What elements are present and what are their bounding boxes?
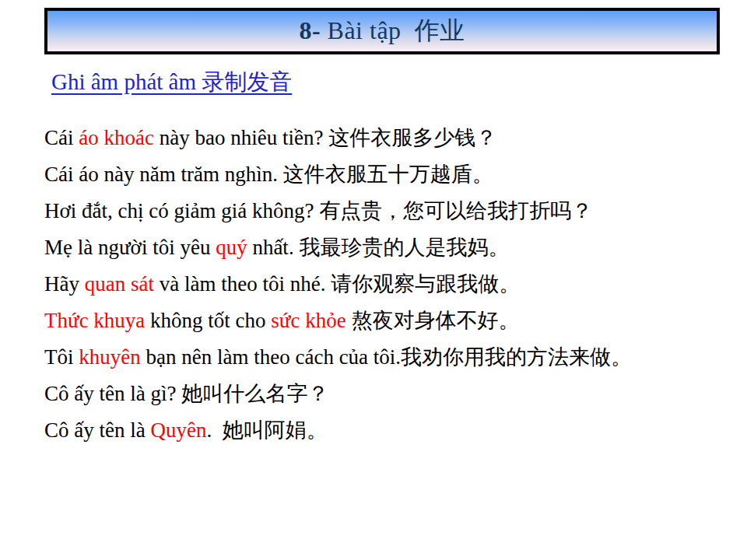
highlighted-term: khuyên bbox=[79, 345, 140, 369]
sentence-line: Thức khuya không tốt cho sức khỏe 熬夜对身体不… bbox=[44, 307, 729, 334]
sentence-text: Hơi đắt, chị có giảm giá không? 有点贵，您可以给… bbox=[44, 199, 592, 222]
sentence-line: Cô ấy tên là gì? 她叫什么名字？ bbox=[44, 380, 729, 407]
sentence-line: Tôi khuyên bạn nên làm theo cách của tôi… bbox=[44, 344, 729, 370]
sentence-text: Mẹ là người tôi yêu bbox=[44, 236, 216, 259]
link-row: Ghi âm phát âm 录制发音 bbox=[51, 67, 292, 98]
sentence-text: Cái bbox=[44, 126, 79, 149]
highlighted-term: quý bbox=[216, 236, 247, 259]
slide-title-number: 8- bbox=[299, 16, 321, 44]
slide-background: 8- Bài tập 作业 Ghi âm phát âm 录制发音 Cái áo… bbox=[0, 0, 747, 560]
sentence-text: 熬夜对身体不好。 bbox=[346, 309, 520, 332]
title-banner: 8- Bài tập 作业 bbox=[44, 8, 720, 54]
sentence-text: này bao nhiêu tiền? 这件衣服多少钱？ bbox=[154, 126, 496, 149]
sentence-line: Hơi đắt, chị có giảm giá không? 有点贵，您可以给… bbox=[44, 198, 729, 224]
sentence-text: Cô ấy tên là gì? 她叫什么名字？ bbox=[44, 382, 328, 405]
slide-title-text: Bài tập 作业 bbox=[321, 16, 465, 44]
slide-title: 8- Bài tập 作业 bbox=[299, 14, 465, 48]
highlighted-term: áo khoác bbox=[79, 126, 154, 149]
sentence-line: Cái áo này năm trăm nghìn. 这件衣服五十万越盾。 bbox=[44, 161, 729, 187]
sentence-line: Hãy quan sát và làm theo tôi nhé. 请你观察与跟… bbox=[44, 271, 729, 297]
sentence-line: Cô ấy tên là Quyên. 她叫阿娟。 bbox=[44, 417, 729, 443]
sentence-text: Hãy bbox=[44, 272, 85, 296]
highlighted-term: quan sát bbox=[85, 272, 154, 296]
highlighted-term: Thức khuya bbox=[44, 309, 145, 332]
sentence-text: và làm theo tôi nhé. 请你观察与跟我做。 bbox=[154, 272, 520, 296]
recording-pronunciation-link[interactable]: Ghi âm phát âm 录制发音 bbox=[51, 69, 292, 94]
sentence-text: Cô ấy tên là bbox=[44, 418, 150, 442]
sentence-list: Cái áo khoác này bao nhiêu tiền? 这件衣服多少钱… bbox=[44, 124, 729, 453]
sentence-line: Mẹ là người tôi yêu quý nhất. 我最珍贵的人是我妈。 bbox=[44, 234, 729, 261]
highlighted-term: Quyên bbox=[150, 418, 206, 442]
sentence-text: bạn nên làm theo cách của tôi.我劝你用我的方法来做… bbox=[141, 345, 632, 369]
sentence-text: . 她叫阿娟。 bbox=[206, 418, 327, 442]
sentence-text: không tốt cho bbox=[145, 309, 271, 332]
highlighted-term: sức khỏe bbox=[271, 309, 345, 332]
sentence-text: Tôi bbox=[44, 345, 79, 369]
sentence-text: Cái áo này năm trăm nghìn. 这件衣服五十万越盾。 bbox=[44, 163, 493, 186]
sentence-text: nhất. 我最珍贵的人是我妈。 bbox=[247, 236, 510, 259]
sentence-line: Cái áo khoác này bao nhiêu tiền? 这件衣服多少钱… bbox=[44, 124, 729, 151]
